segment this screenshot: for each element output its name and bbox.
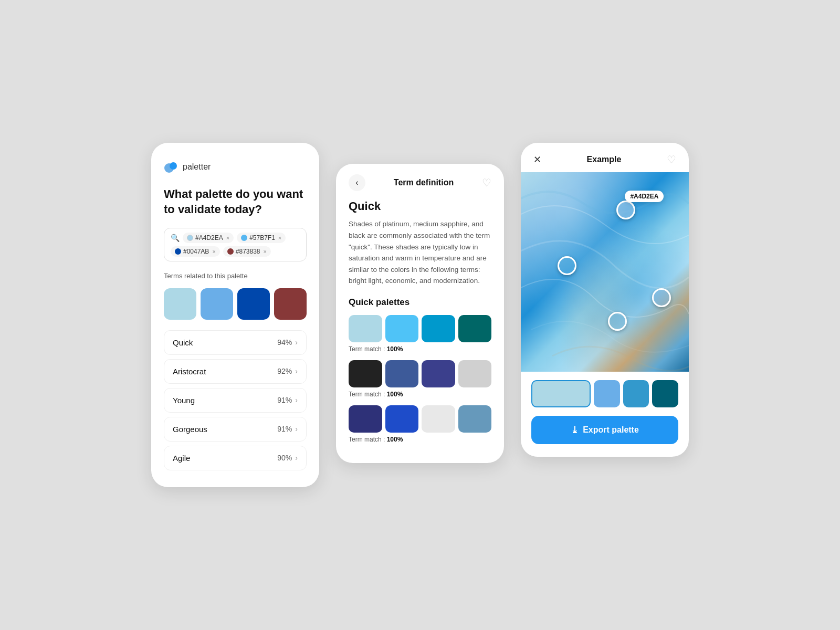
result-swatch-3 bbox=[623, 380, 649, 407]
marble-svg bbox=[521, 172, 689, 372]
picker-circle-3[interactable] bbox=[652, 288, 671, 307]
tag-label-4: #873838 bbox=[236, 248, 260, 255]
logo-icon bbox=[164, 160, 178, 174]
screen2-body: Quick Shades of platinum, medium sapphir… bbox=[336, 200, 504, 463]
tag-dot-2 bbox=[241, 235, 247, 241]
s3-2 bbox=[385, 405, 419, 433]
heart-button[interactable]: ♡ bbox=[482, 176, 491, 189]
picker-circle-1[interactable] bbox=[616, 201, 635, 219]
term-pct-gorgeous: 91% › bbox=[277, 425, 298, 433]
term-name-quick: Quick bbox=[173, 338, 193, 347]
result-swatch-1 bbox=[531, 380, 591, 407]
s2-2 bbox=[385, 360, 419, 387]
chevron-icon-2: › bbox=[295, 367, 298, 375]
term-name-gorgeous: Gorgeous bbox=[173, 425, 207, 434]
screen1-title: What palette do you want to validate tod… bbox=[164, 187, 307, 217]
s1-3 bbox=[422, 315, 455, 342]
tag-dot-4 bbox=[227, 248, 234, 255]
screen3-example: ✕ Example ♡ #A4D2EA bbox=[521, 143, 689, 457]
s1-2 bbox=[385, 315, 419, 342]
preview-swatch-1 bbox=[164, 288, 196, 320]
tag-label-2: #57B7F1 bbox=[249, 234, 275, 242]
screen2-header: ‹ Term definition ♡ bbox=[336, 164, 504, 200]
term-item-agile[interactable]: Agile 90% › bbox=[164, 446, 307, 470]
export-icon: ⤓ bbox=[571, 424, 579, 436]
export-palette-button[interactable]: ⤓ Export palette bbox=[531, 416, 678, 444]
term-name-young: Young bbox=[173, 396, 195, 405]
back-button[interactable]: ‹ bbox=[349, 174, 365, 191]
palettes-section-title: Quick palettes bbox=[349, 297, 491, 308]
term-pct-quick: 94% › bbox=[277, 338, 298, 346]
match-label-1: Term match : 100% bbox=[349, 345, 491, 353]
search-icon: 🔍 bbox=[171, 234, 180, 242]
tag-close-3[interactable]: × bbox=[212, 248, 215, 255]
tag-57b7f1[interactable]: #57B7F1 × bbox=[237, 233, 286, 243]
s3-4 bbox=[458, 405, 492, 433]
color-tooltip: #A4D2EA bbox=[625, 191, 664, 202]
term-item-gorgeous[interactable]: Gorgeous 91% › bbox=[164, 417, 307, 442]
match-label-3: Term match : 100% bbox=[349, 436, 491, 443]
match-label-2: Term match : 100% bbox=[349, 391, 491, 398]
close-button[interactable]: ✕ bbox=[533, 154, 541, 165]
def-term: Quick bbox=[349, 200, 491, 213]
palette-row-2 bbox=[349, 360, 491, 387]
chevron-icon-1: › bbox=[295, 338, 298, 346]
logo: paletter bbox=[164, 160, 307, 174]
marble-image: #A4D2EA bbox=[521, 172, 689, 372]
palette-preview bbox=[164, 288, 307, 320]
palette-row-1 bbox=[349, 315, 491, 342]
result-swatch-4 bbox=[652, 380, 678, 407]
search-bar[interactable]: 🔍 #A4D2EA × #57B7F1 × #0047AB × #873838 … bbox=[164, 228, 307, 261]
tag-close-2[interactable]: × bbox=[278, 235, 281, 241]
term-list: Quick 94% › Aristocrat 92% › Young 91% › bbox=[164, 330, 307, 470]
screen2-title: Term definition bbox=[394, 178, 454, 187]
tag-label-1: #A4D2EA bbox=[195, 234, 223, 242]
logo-text: paletter bbox=[183, 162, 211, 172]
s2-4 bbox=[458, 360, 492, 387]
palette-row-3 bbox=[349, 405, 491, 433]
tag-0047ab[interactable]: #0047AB × bbox=[171, 246, 220, 257]
s2-1 bbox=[349, 360, 382, 387]
chevron-icon-3: › bbox=[295, 396, 298, 404]
tag-close-1[interactable]: × bbox=[226, 235, 229, 241]
screen3-header: ✕ Example ♡ bbox=[521, 143, 689, 172]
tag-label-3: #0047AB bbox=[183, 248, 209, 255]
screen3-bottom: ⤓ Export palette bbox=[521, 372, 689, 457]
chevron-icon-4: › bbox=[295, 425, 298, 433]
s3-3 bbox=[422, 405, 455, 433]
preview-swatch-3 bbox=[237, 288, 270, 320]
screen3-title: Example bbox=[587, 155, 622, 164]
preview-swatch-2 bbox=[201, 288, 233, 320]
term-name-aristocrat: Aristocrat bbox=[173, 367, 206, 376]
term-item-quick[interactable]: Quick 94% › bbox=[164, 330, 307, 355]
s2-3 bbox=[422, 360, 455, 387]
result-swatch-2 bbox=[594, 380, 620, 407]
term-pct-young: 91% › bbox=[277, 396, 298, 404]
s3-1 bbox=[349, 405, 382, 433]
chevron-icon-5: › bbox=[295, 454, 298, 462]
result-palette bbox=[531, 380, 678, 407]
term-item-young[interactable]: Young 91% › bbox=[164, 388, 307, 413]
tag-dot-1 bbox=[187, 235, 193, 241]
tag-close-4[interactable]: × bbox=[264, 248, 267, 255]
def-text: Shades of platinum, medium sapphire, and… bbox=[349, 218, 491, 287]
screens-container: paletter What palette do you want to val… bbox=[151, 143, 689, 487]
heart-button-3[interactable]: ♡ bbox=[667, 153, 676, 166]
term-pct-aristocrat: 92% › bbox=[277, 367, 298, 375]
tag-dot-3 bbox=[175, 248, 181, 255]
screen1-paletter: paletter What palette do you want to val… bbox=[151, 143, 319, 487]
svg-point-1 bbox=[170, 162, 177, 170]
terms-label: Terms related to this palette bbox=[164, 272, 307, 280]
term-name-agile: Agile bbox=[173, 454, 190, 463]
export-label: Export palette bbox=[583, 425, 639, 435]
s1-4 bbox=[458, 315, 492, 342]
screen2-term-definition: ‹ Term definition ♡ Quick Shades of plat… bbox=[336, 164, 504, 463]
term-pct-agile: 90% › bbox=[277, 454, 298, 462]
tag-873838[interactable]: #873838 × bbox=[223, 246, 271, 257]
term-item-aristocrat[interactable]: Aristocrat 92% › bbox=[164, 359, 307, 384]
s1-1 bbox=[349, 315, 382, 342]
tag-a4d2ea[interactable]: #A4D2EA × bbox=[183, 233, 234, 243]
preview-swatch-4 bbox=[274, 288, 307, 320]
